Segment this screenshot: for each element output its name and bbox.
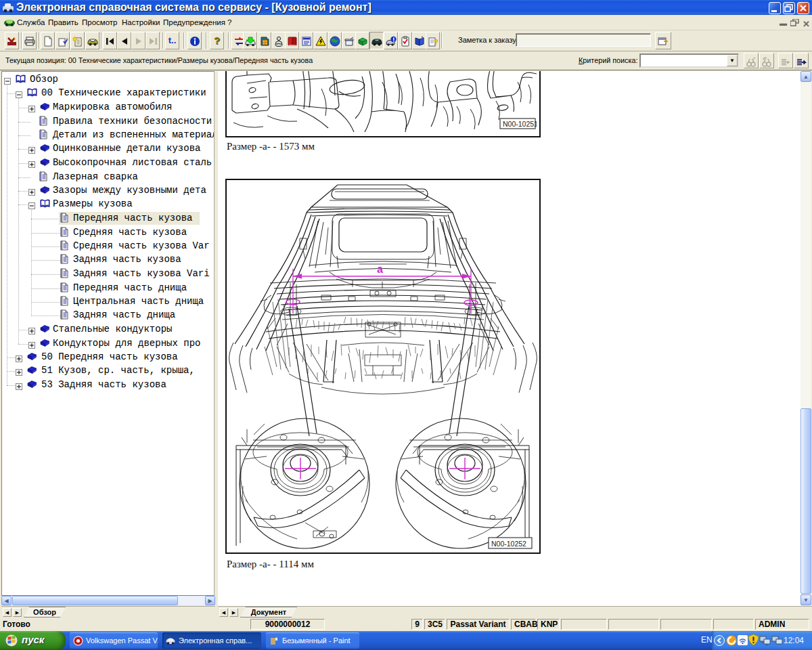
- svg-text:N00-10252: N00-10252: [491, 540, 526, 548]
- svg-text:?: ?: [434, 38, 438, 46]
- svg-text:a: a: [377, 263, 383, 275]
- svg-text:N00-10251: N00-10251: [503, 120, 537, 128]
